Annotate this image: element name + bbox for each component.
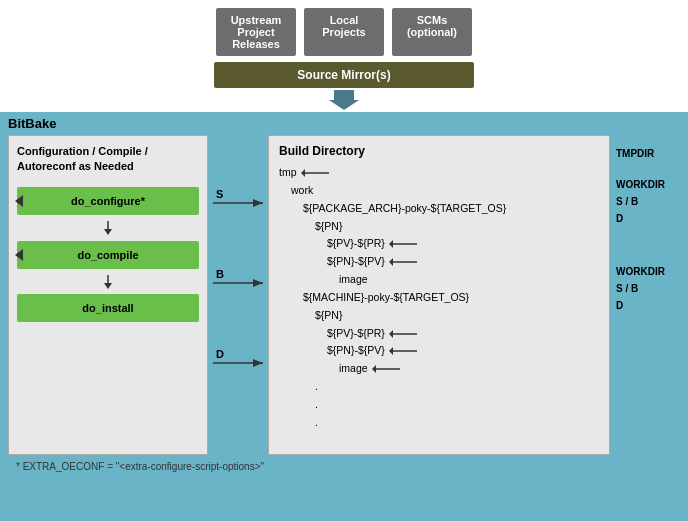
tree-image2: image (279, 360, 599, 378)
tree-image1: image (279, 271, 599, 289)
tree-tmp: tmp (279, 164, 599, 182)
local-projects-box: Local Projects (304, 8, 384, 56)
top-section: Upstream Project Releases Local Projects… (0, 0, 688, 88)
build-title: Build Directory (279, 144, 599, 158)
compile-left-arrow (15, 249, 23, 261)
tree-pv-pr1: ${PV}-${PR} (279, 235, 599, 253)
arrow-connector (0, 88, 688, 112)
svg-marker-1 (15, 195, 23, 207)
svg-marker-6 (104, 283, 112, 289)
tree-dot2: . (279, 396, 599, 414)
tree-dot1: . (279, 378, 599, 396)
source-mirror-box: Source Mirror(s) (214, 62, 474, 88)
svg-marker-21 (389, 258, 393, 266)
tree-work: work (279, 182, 599, 200)
workdir-sb-d-label-2: WORKDIRS / BD (616, 263, 680, 314)
svg-marker-14 (253, 359, 263, 367)
tree-dot3: . (279, 414, 599, 432)
tree-pn-pv1: ${PN}-${PV} (279, 253, 599, 271)
tmpdir-label: TMPDIR (616, 145, 680, 162)
main-wrapper: Upstream Project Releases Local Projects… (0, 0, 688, 521)
svg-marker-0 (329, 90, 359, 110)
upstream-releases-box: Upstream Project Releases (216, 8, 296, 56)
bitbake-label: BitBake (8, 116, 680, 131)
svg-text:B: B (216, 268, 224, 280)
svg-marker-3 (104, 229, 112, 235)
scms-box: SCMs (optional) (392, 8, 472, 56)
svg-marker-8 (253, 199, 263, 207)
tree-pkg-arch: ${PACKAGE_ARCH}-poky-${TARGET_OS} (279, 200, 599, 218)
down-arrow-svg (329, 90, 359, 110)
tree-pv-pr2: ${PV}-${PR} (279, 325, 599, 343)
build-tree: tmp work ${PACKAGE_ARCH}-poky-${TARGET_O… (279, 164, 599, 432)
config-panel: Configuration / Compile / Autoreconf as … (8, 135, 208, 455)
footer-note: * EXTRA_OECONF = "<extra-configure-scrip… (8, 457, 680, 474)
do-install-box: do_install (17, 294, 199, 322)
svg-marker-25 (389, 347, 393, 355)
top-boxes: Upstream Project Releases Local Projects… (216, 8, 472, 56)
tree-pn1: ${PN} (279, 218, 599, 236)
middle-spacer: S B D (208, 135, 268, 457)
svg-text:D: D (216, 348, 224, 360)
svg-marker-27 (372, 365, 376, 373)
tree-pn2: ${PN} (279, 307, 599, 325)
svg-marker-23 (389, 330, 393, 338)
svg-marker-11 (253, 279, 263, 287)
tree-machine: ${MACHINE}-poky-${TARGET_OS} (279, 289, 599, 307)
svg-marker-17 (301, 169, 305, 177)
config-title: Configuration / Compile / Autoreconf as … (17, 144, 199, 175)
svg-text:S: S (216, 188, 223, 200)
arrows-svg: S B D (208, 135, 268, 455)
right-section: Build Directory tmp work ${PACKAGE_ARCH}… (268, 135, 680, 455)
svg-marker-4 (15, 249, 23, 261)
workdir-sb-d-label-1: WORKDIRS / BD (616, 176, 680, 227)
tree-pn-pv2: ${PN}-${PV} (279, 342, 599, 360)
build-panel: Build Directory tmp work ${PACKAGE_ARCH}… (268, 135, 610, 455)
do-configure-box: do_configure* (17, 187, 199, 215)
bitbake-wrapper: BitBake Configuration / Compile / Autore… (0, 112, 688, 521)
configure-left-arrow (15, 195, 23, 207)
do-compile-box: do_compile (17, 241, 199, 269)
right-labels: TMPDIR WORKDIRS / BD WORKDIRS / BD (610, 135, 680, 314)
panels-wrapper: Configuration / Compile / Autoreconf as … (8, 135, 680, 457)
arrow-configure-compile (17, 221, 199, 237)
svg-marker-19 (389, 240, 393, 248)
arrow-compile-install (17, 275, 199, 291)
